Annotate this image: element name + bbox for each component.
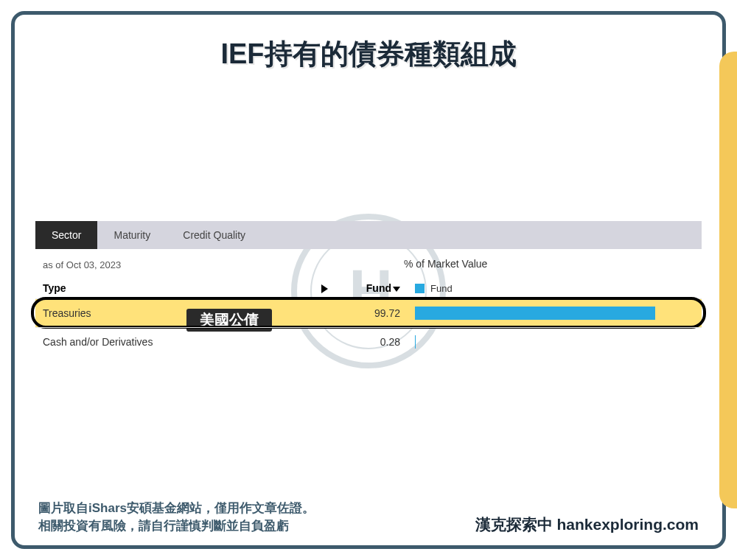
- main-frame: IEF持有的債券種類組成 H Sector Maturity Credit Qu…: [11, 11, 726, 549]
- bar-fund: [415, 307, 655, 320]
- data-panel: Sector Maturity Credit Quality as of Oct…: [35, 221, 702, 356]
- footer-disclaimer: 圖片取自iShars安碩基金網站，僅用作文章佐證。 相關投資有風險，請自行謹慎判…: [38, 500, 315, 535]
- footer: 圖片取自iShars安碩基金網站，僅用作文章佐證。 相關投資有風險，請自行謹慎判…: [38, 500, 699, 535]
- col-header-type[interactable]: Type: [43, 282, 338, 294]
- accent-stripe: [719, 52, 737, 508]
- tab-sector[interactable]: Sector: [35, 221, 97, 249]
- cell-fund: 99.72: [338, 307, 400, 319]
- footer-line1: 圖片取自iShars安碩基金網站，僅用作文章佐證。: [38, 500, 315, 517]
- col-header-fund-label: Fund: [366, 282, 391, 294]
- tab-row: Sector Maturity Credit Quality: [35, 221, 702, 249]
- legend-label: Fund: [430, 283, 453, 294]
- chart-title: % of Market Value: [404, 258, 487, 270]
- cell-fund: 0.28: [338, 336, 400, 348]
- table-row: Cash and/or Derivatives 0.28: [35, 327, 702, 356]
- cell-bar: [400, 307, 694, 320]
- tab-credit-quality[interactable]: Credit Quality: [167, 221, 262, 249]
- sort-desc-icon: [393, 287, 400, 292]
- page-title: IEF持有的債券種類組成: [15, 35, 722, 73]
- as-of-date: as of Oct 03, 2023: [43, 259, 702, 270]
- legend-swatch: [415, 284, 425, 293]
- play-icon: [321, 284, 328, 293]
- tab-maturity[interactable]: Maturity: [97, 221, 167, 249]
- cell-bar: [400, 335, 694, 349]
- footer-brand: 漢克探索中 hankexploring.com: [475, 514, 699, 535]
- highlighted-row-wrap: Treasuries 美國公債 99.72: [35, 298, 702, 327]
- cell-type: Cash and/or Derivatives: [43, 336, 338, 348]
- cell-type: Treasuries 美國公債: [43, 307, 338, 319]
- cell-type-label: Treasuries: [43, 307, 91, 319]
- col-header-fund[interactable]: Fund: [338, 282, 400, 294]
- legend: Fund: [400, 283, 694, 294]
- bar-fund: [415, 335, 416, 349]
- table-header: Type Fund Fund: [35, 278, 702, 298]
- table-row: Treasuries 美國公債 99.72: [35, 298, 702, 327]
- footer-line2: 相關投資有風險，請自行謹慎判斷並自負盈虧: [38, 517, 315, 535]
